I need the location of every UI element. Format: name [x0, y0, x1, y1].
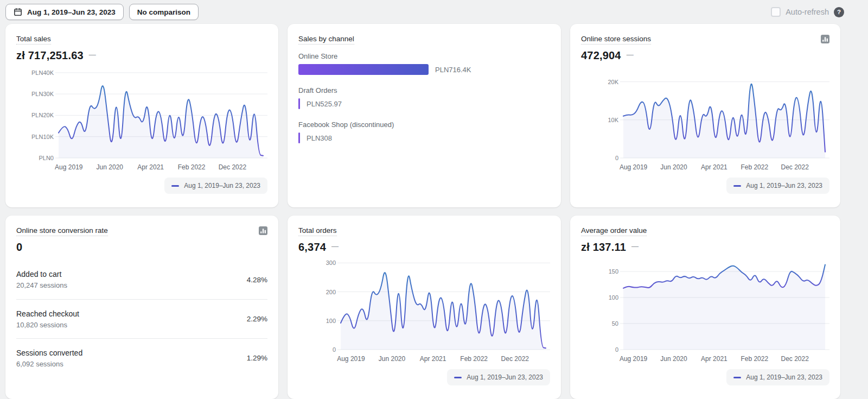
metric-title-sales-by-channel[interactable]: Sales by channel — [298, 35, 354, 45]
view-report-chart-icon[interactable] — [259, 226, 267, 235]
online-store-sessions-chart[interactable]: 010K20KAug 2019Jun 2020Apr 2021Feb 2022D… — [581, 64, 829, 195]
average-order-value-chart[interactable]: 050100150Aug 2019Jun 2020Apr 2021Feb 202… — [581, 256, 829, 387]
y-axis-tick-label: PLN40K — [16, 69, 55, 77]
date-range-label: Aug 1, 2019–Jun 23, 2023 — [27, 8, 116, 16]
auto-refresh-group: Auto-refresh ? — [771, 7, 844, 17]
y-axis-tick-label: 300 — [298, 259, 337, 267]
legend-swatch-icon — [454, 377, 462, 378]
no-change-indicator: — — [627, 50, 634, 59]
channel-value: PLN308 — [307, 134, 332, 142]
y-axis-tick-label: 100 — [298, 317, 337, 325]
comparison-button[interactable]: No comparison — [129, 4, 199, 20]
x-axis-tick-label: Apr 2021 — [701, 163, 727, 171]
channel-value: PLN716.4K — [435, 66, 471, 74]
y-axis-tick-label: 0 — [581, 154, 620, 162]
funnel-step-label: Sessions converted — [16, 349, 82, 357]
help-icon[interactable]: ? — [834, 7, 844, 17]
channel-bar[interactable] — [298, 98, 300, 109]
card-total-orders: Total orders 6,374 — 0100200300Aug 2019J… — [288, 216, 561, 399]
legend-swatch-icon — [171, 185, 179, 187]
legend-label: Aug 1, 2019–Jun 23, 2023 — [184, 182, 260, 189]
x-axis-tick-label: Feb 2022 — [460, 355, 488, 363]
legend-label: Aug 1, 2019–Jun 23, 2023 — [746, 182, 822, 189]
channel-bar[interactable] — [298, 64, 429, 75]
no-change-indicator: — — [89, 50, 96, 59]
x-axis-tick-label: Dec 2022 — [219, 163, 246, 171]
x-axis-tick-label: Aug 2019 — [620, 355, 647, 363]
channel-list: Online Store PLN716.4K Draft Orders PLN5… — [298, 52, 550, 143]
funnel-step-sessions: 20,247 sessions — [16, 281, 67, 289]
conversion-row-reached-checkout: Reached checkout 10,820 sessions 2.29% — [16, 299, 267, 338]
auto-refresh-checkbox[interactable] — [771, 7, 781, 17]
metric-value-average-order-value: zł 137.11 — [581, 241, 626, 254]
card-average-order-value: Average order value zł 137.11 — 05010015… — [570, 216, 840, 399]
toolbar: Aug 1, 2019–Jun 23, 2023 No comparison A… — [0, 0, 868, 24]
funnel-step-label: Reached checkout — [16, 309, 79, 318]
channel-name: Facebook Shop (discontinued) — [298, 121, 550, 129]
y-axis-tick-label: 200 — [298, 288, 337, 296]
channel-value: PLN525.97 — [307, 100, 342, 108]
date-range-button[interactable]: Aug 1, 2019–Jun 23, 2023 — [5, 4, 124, 20]
y-axis-tick-label: PLN0 — [16, 154, 55, 162]
y-axis-tick-label: 50 — [581, 320, 620, 327]
x-axis-tick-label: Jun 2020 — [97, 163, 123, 171]
card-online-store-sessions: Online store sessions 472,904 — 010K20KA… — [570, 24, 840, 207]
card-sales-by-channel: Sales by channel Online Store PLN716.4K … — [288, 24, 561, 207]
metric-title-average-order-value[interactable]: Average order value — [581, 226, 647, 236]
x-axis-tick-label: Dec 2022 — [781, 355, 809, 363]
x-axis-tick-label: Dec 2022 — [501, 355, 529, 363]
y-axis-tick-label: PLN10K — [16, 133, 55, 141]
conversion-funnel: Added to cart 20,247 sessions 4.28% Reac… — [16, 260, 267, 377]
legend-swatch-icon — [733, 377, 741, 378]
chart-legend: Aug 1, 2019–Jun 23, 2023 — [726, 369, 829, 385]
y-axis-tick-label: 0 — [298, 346, 337, 353]
conversion-row-added-to-cart: Added to cart 20,247 sessions 4.28% — [16, 260, 267, 299]
metric-title-total-sales[interactable]: Total sales — [16, 35, 51, 45]
card-conversion-rate: Online store conversion rate 0 Added to … — [5, 216, 278, 399]
metric-title-online-store-sessions[interactable]: Online store sessions — [581, 35, 651, 45]
x-axis-tick-label: Aug 2019 — [55, 163, 82, 171]
y-axis-tick-label: 150 — [581, 268, 620, 275]
total-sales-chart[interactable]: PLN0PLN10KPLN20KPLN30KPLN40KAug 2019Jun … — [16, 64, 267, 195]
x-axis-tick-label: Apr 2021 — [420, 355, 446, 363]
comparison-label: No comparison — [137, 8, 190, 16]
chart-legend: Aug 1, 2019–Jun 23, 2023 — [726, 178, 829, 194]
channel-name: Draft Orders — [298, 86, 550, 94]
legend-label: Aug 1, 2019–Jun 23, 2023 — [746, 373, 822, 381]
funnel-step-sessions: 6,092 sessions — [16, 360, 82, 368]
funnel-step-sessions: 10,820 sessions — [16, 321, 79, 329]
channel-name: Online Store — [298, 52, 550, 60]
total-orders-chart[interactable]: 0100200300Aug 2019Jun 2020Apr 2021Feb 20… — [298, 256, 550, 387]
metric-title-conversion-rate[interactable]: Online store conversion rate — [16, 226, 108, 236]
analytics-grid: Total sales zł 717,251.63 — PLN0PLN10KPL… — [0, 24, 868, 399]
chart-legend: Aug 1, 2019–Jun 23, 2023 — [164, 178, 267, 194]
y-axis-tick-label: PLN20K — [16, 111, 55, 119]
y-axis-tick-label: PLN30K — [16, 90, 55, 98]
line-chart-svg[interactable] — [298, 256, 550, 352]
x-axis-tick-label: Aug 2019 — [337, 355, 365, 363]
x-axis-tick-label: Apr 2021 — [137, 163, 164, 171]
y-axis-tick-label: 20K — [581, 78, 620, 86]
x-axis-tick-label: Aug 2019 — [620, 163, 647, 171]
y-axis-tick-label: 100 — [581, 294, 620, 301]
funnel-step-rate: 2.29% — [247, 315, 267, 323]
channel-bar[interactable] — [298, 132, 300, 143]
auto-refresh-label: Auto-refresh — [786, 8, 829, 16]
metric-value-online-store-sessions: 472,904 — [581, 49, 621, 62]
y-axis-tick-label: 0 — [581, 346, 620, 353]
x-axis-tick-label: Feb 2022 — [741, 355, 768, 363]
metric-value-total-sales: zł 717,251.63 — [16, 49, 84, 62]
x-axis-tick-label: Dec 2022 — [781, 163, 809, 171]
x-axis-tick-label: Jun 2020 — [660, 355, 687, 363]
view-report-chart-icon[interactable] — [821, 35, 829, 43]
channel-row: Online Store PLN716.4K — [298, 52, 550, 75]
x-axis-tick-label: Feb 2022 — [741, 163, 768, 171]
metric-title-total-orders[interactable]: Total orders — [298, 226, 337, 236]
funnel-step-label: Added to cart — [16, 270, 67, 278]
metric-value-conversion-rate: 0 — [16, 241, 22, 254]
card-total-sales: Total sales zł 717,251.63 — PLN0PLN10KPL… — [5, 24, 278, 207]
legend-label: Aug 1, 2019–Jun 23, 2023 — [467, 373, 543, 381]
conversion-row-sessions-converted: Sessions converted 6,092 sessions 1.29% — [16, 338, 267, 377]
no-change-indicator: — — [631, 242, 639, 250]
x-axis-tick-label: Jun 2020 — [660, 163, 687, 171]
